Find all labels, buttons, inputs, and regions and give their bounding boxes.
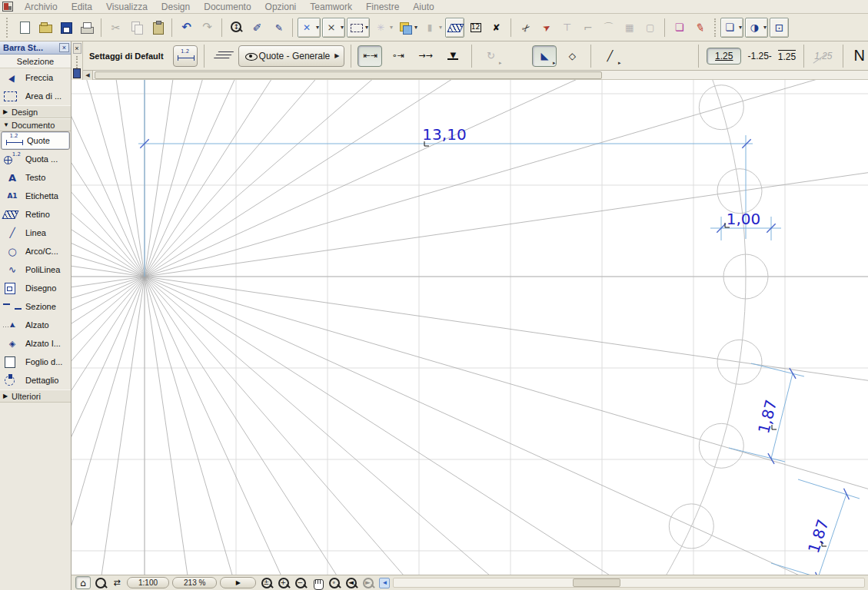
favorites-button-dropdown[interactable]: ▾ bbox=[439, 24, 442, 31]
print-button[interactable] bbox=[77, 18, 96, 38]
tool-foglio-di-lavoro[interactable]: ✎Foglio d... bbox=[0, 353, 71, 371]
intersect-button[interactable]: ⌐ bbox=[578, 18, 597, 38]
close-tool-button[interactable]: ✘ bbox=[487, 18, 506, 38]
tool-etichetta[interactable]: A1Etichetta bbox=[0, 187, 71, 205]
tool-testo[interactable]: ATesto bbox=[0, 168, 71, 187]
menu-finestre[interactable]: Finestre bbox=[359, 1, 406, 13]
preview-button[interactable] bbox=[92, 576, 108, 589]
quick-view-button[interactable]: ❏▾ bbox=[720, 18, 743, 38]
undo-button[interactable]: ↶ bbox=[177, 18, 196, 38]
measure-unit-button[interactable]: 12 bbox=[466, 18, 485, 38]
highlight-button[interactable]: ✎ bbox=[690, 18, 710, 38]
marquee-tool-button-dropdown[interactable]: ▾ bbox=[365, 24, 368, 31]
zoom-options-button[interactable]: ↕ bbox=[227, 18, 246, 38]
drawing-canvas[interactable]: 13,101,001,871,87 bbox=[72, 80, 868, 575]
menu-teamwork[interactable]: Teamwork bbox=[303, 1, 359, 13]
stretch-button[interactable]: ▢ bbox=[640, 18, 660, 38]
layer-quick-button[interactable]: ▾ bbox=[396, 18, 419, 38]
group-button[interactable]: ❏ bbox=[670, 18, 689, 38]
scrollbar-thumb[interactable] bbox=[95, 71, 602, 79]
tool-retino[interactable]: Retino bbox=[0, 205, 71, 224]
marker-size-selected[interactable]: 1.25 bbox=[707, 48, 741, 65]
line-extras-button-dropdown[interactable]: ▾ bbox=[341, 24, 344, 31]
dimension-default-button[interactable]: 1.2 bbox=[173, 45, 198, 67]
mini-palette-icon[interactable] bbox=[73, 68, 81, 78]
dimension-style-button[interactable] bbox=[445, 18, 464, 38]
level-dimension-type-button[interactable]: ▼ bbox=[441, 45, 465, 67]
marker-shape-button[interactable]: ╱ ▸ bbox=[597, 45, 622, 67]
toolbar-grip[interactable] bbox=[6, 18, 9, 38]
zoom-in-button[interactable]: + bbox=[275, 576, 291, 589]
magic-wand-button[interactable]: ✳▾ bbox=[371, 18, 394, 38]
linear-dimension-type-button[interactable]: ⇤⇥ bbox=[358, 45, 382, 67]
fit-in-window-button[interactable]: ∘ bbox=[326, 576, 341, 589]
mini-grip[interactable] bbox=[76, 56, 78, 68]
copy-button[interactable] bbox=[127, 18, 146, 38]
menu-aiuto[interactable]: Aiuto bbox=[406, 1, 441, 13]
tool-area-di-selezione[interactable]: Area di ... bbox=[0, 87, 71, 105]
witness-line-mode-button[interactable]: ◣ ▸ bbox=[532, 45, 557, 67]
group-documento[interactable]: ▼Documento bbox=[0, 118, 71, 131]
cut-button[interactable]: ✂ bbox=[106, 18, 125, 38]
pick-up-parameters-button[interactable]: ✐ bbox=[248, 18, 267, 38]
group-design[interactable]: ▶Design bbox=[0, 105, 71, 118]
split-button[interactable]: ➤ bbox=[537, 18, 556, 38]
scrollbar-thumb[interactable] bbox=[573, 578, 620, 587]
rotate-witness-button[interactable]: ↻ ▸ bbox=[478, 45, 503, 67]
save-button[interactable] bbox=[56, 18, 75, 38]
line-extras-button[interactable]: ⨯▾ bbox=[322, 18, 345, 38]
quick-options-button[interactable]: ⌂ bbox=[75, 576, 91, 589]
layer-settings-button[interactable] bbox=[211, 45, 235, 67]
arrow-dimension-type-button[interactable]: →→ bbox=[413, 45, 437, 67]
pan-hand-button[interactable] bbox=[309, 576, 324, 589]
menu-documento[interactable]: Documento bbox=[197, 1, 258, 13]
menu-design[interactable]: Design bbox=[155, 1, 197, 13]
bottom-horizontal-scrollbar[interactable] bbox=[393, 578, 865, 588]
tool-dettaglio[interactable]: Dettaglio bbox=[0, 371, 71, 389]
resize-button[interactable]: ▦ bbox=[620, 18, 639, 38]
redo-button[interactable]: ↷ bbox=[198, 18, 217, 38]
fillet-button[interactable]: ⌒ bbox=[599, 18, 618, 38]
scroll-left-arrow[interactable]: ◀ bbox=[83, 71, 93, 80]
tool-quote[interactable]: 1.2Quote bbox=[1, 131, 70, 150]
arrow-tool-button[interactable]: ✕▾ bbox=[298, 18, 321, 38]
scale-button[interactable]: 1:100 bbox=[127, 577, 169, 588]
marquee-tool-button[interactable]: ▾ bbox=[347, 18, 370, 38]
marker-size-option[interactable]: -1.25- bbox=[747, 51, 771, 61]
inject-parameters-button[interactable]: ✐ bbox=[268, 18, 288, 38]
trim-button[interactable]: ✂ bbox=[516, 18, 535, 38]
menu-visualizza[interactable]: Visualizza bbox=[99, 1, 155, 13]
tool-quota-altimetrica[interactable]: 1.2Quota ... bbox=[0, 150, 71, 168]
tool-polilinea[interactable]: ∿PoliLinea bbox=[0, 260, 71, 279]
marker-size-option[interactable]: 1.25 bbox=[778, 50, 796, 62]
menu-edita[interactable]: Edita bbox=[65, 1, 99, 13]
tool-freccia[interactable]: ▶Freccia bbox=[0, 68, 71, 87]
zoom-plusminus-button[interactable]: ± bbox=[258, 576, 274, 589]
layer-quick-button-dropdown[interactable]: ▾ bbox=[414, 24, 417, 31]
scroll-left-blue-button[interactable]: ◄ bbox=[379, 578, 390, 588]
tool-sezione[interactable]: Sezione bbox=[0, 297, 71, 316]
group-ulteriori[interactable]: ▶Ulteriori bbox=[0, 389, 71, 403]
quick-view-button-dropdown[interactable]: ▾ bbox=[739, 24, 742, 31]
ordinate-dimension-type-button[interactable]: ∘⇥ bbox=[385, 45, 410, 67]
zoom-level-button[interactable]: 213 % bbox=[172, 577, 217, 588]
layer-combo[interactable]: Quote - Generale ▶ bbox=[238, 45, 345, 67]
drawing-svg[interactable]: 13,101,001,871,87 bbox=[72, 80, 868, 575]
preview-palette-button[interactable]: ⊡ bbox=[770, 18, 789, 38]
witness-length-button[interactable]: ◇ bbox=[560, 45, 584, 67]
zoom-out-button[interactable]: − bbox=[292, 576, 308, 589]
more-button[interactable]: ▶ bbox=[220, 577, 256, 588]
next-zoom-button[interactable]: ► bbox=[360, 576, 375, 589]
arrow-tool-button-dropdown[interactable]: ▾ bbox=[316, 24, 319, 31]
navigator-button[interactable]: ◑▾ bbox=[745, 18, 768, 38]
adjust-button[interactable]: ⊤ bbox=[557, 18, 577, 38]
paste-button[interactable] bbox=[148, 18, 167, 38]
mini-close-button[interactable]: × bbox=[73, 43, 81, 54]
menu-archivio[interactable]: Archivio bbox=[18, 1, 65, 13]
previous-zoom-button[interactable]: ◄ bbox=[343, 576, 358, 589]
open-button[interactable] bbox=[35, 18, 55, 38]
pan-edit-button[interactable]: ⇄ bbox=[109, 576, 125, 589]
new-document-button[interactable] bbox=[15, 18, 34, 38]
favorites-button[interactable]: ▮▾ bbox=[421, 18, 444, 38]
menu-opzioni[interactable]: Opzioni bbox=[258, 1, 304, 13]
